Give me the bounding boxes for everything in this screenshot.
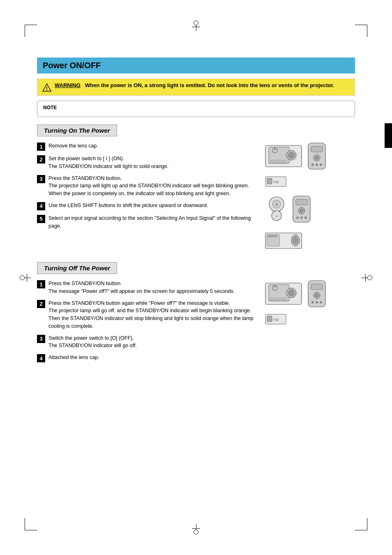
off-img-switch: I O [265,313,287,327]
projector-topdown-on [265,142,304,170]
turning-off-steps: 1 Press the STANDBY/ON button.The messag… [37,280,261,366]
warning-text: WARNING When the power is ON, a strong l… [55,82,334,88]
turning-on-header: Turning On The Power [37,124,117,136]
turning-off-title: Turning Off The Power [44,265,110,272]
step-on-3: 3 Press the STANDBY/ON button.The projec… [37,175,261,198]
warning-body: When the power is ON, a strong light is … [85,82,334,88]
crosshair-bottom-circle [194,530,198,534]
step-on-2: 2 Set the power switch to [ I ] (ON).The… [37,155,261,170]
crosshair-top-circle [194,21,198,25]
step-on-2-text: Set the power switch to [ I ] (ON).The S… [48,155,168,170]
step-on-4-text: Use the LENS SHIFT buttons to shift the … [48,202,208,210]
step-on-4: 4 Use the LENS SHIFT buttons to shift th… [37,202,261,210]
switch-indicator: I O [265,175,287,188]
on-img-switch: I O [265,175,287,189]
step-on-3-num: 3 [37,175,45,183]
step-on-1-text: Remove the lens cap. [48,142,98,150]
step-off-2-text: Press the STANDBY/ON button again while … [48,299,261,330]
turning-on-steps: 1 Remove the lens cap. 2 Set the power s… [37,142,261,254]
turning-on-images: I O + − [265,142,355,254]
svg-rect-19 [267,178,272,184]
remote-off [306,280,327,308]
svg-text:I   O: I O [274,180,279,184]
step-off-3-num: 3 [37,335,45,343]
step-on-1-num: 1 [37,143,45,151]
warning-box: ! WARNING When the power is ON, a strong… [37,78,355,96]
turning-off-images: I O [265,280,355,366]
svg-point-15 [311,164,314,166]
on-img-row-1 [265,142,327,170]
warning-icon: ! [42,83,51,92]
svg-point-17 [320,164,322,166]
svg-point-53 [311,301,314,304]
step-on-1: 1 Remove the lens cap. [37,142,261,151]
svg-rect-38 [271,235,274,237]
corner-mark-tr [355,25,367,37]
black-tab [385,123,392,148]
svg-text:+: + [275,202,278,207]
svg-point-16 [316,164,318,166]
step-on-3-text: Press the STANDBY/ON button.The projecto… [48,175,261,198]
svg-point-52 [315,294,318,297]
turning-off-header: Turning Off The Power [37,262,117,274]
svg-point-31 [300,216,303,219]
step-on-5-text: Select an input signal according to the … [48,214,261,230]
projector-side [265,229,304,253]
warning-label: WARNING [55,82,81,88]
page: Power ON/OFF ! WARNING When the power is… [0,0,392,555]
step-off-1-num: 1 [37,280,45,288]
step-on-5: 5 Select an input signal according to th… [37,214,261,230]
lens-shift-control: + − [265,195,288,223]
projector-topdown-off [265,280,304,308]
svg-point-30 [296,216,299,219]
crosshair-right-circle [367,275,372,280]
corner-mark-bl [25,518,37,530]
on-img-projector-side [265,229,304,254]
svg-text:−: − [275,213,278,219]
step-on-4-num: 4 [37,202,45,210]
remote-lens [291,195,312,223]
step-on-2-num: 2 [37,155,45,164]
turning-on-title: Turning On The Power [44,127,110,134]
svg-point-55 [320,301,322,304]
svg-rect-39 [274,235,277,237]
svg-rect-37 [268,235,270,237]
title-bar: Power ON/OFF [37,58,355,74]
step-off-4-num: 4 [37,354,45,362]
crosshair-left-circle [20,275,25,280]
svg-rect-57 [267,316,272,322]
corner-mark-br [355,518,367,530]
step-off-1: 1 Press the STANDBY/ON button.The messag… [37,280,261,295]
step-off-4: 4 Attached the lens cap. [37,354,261,362]
svg-point-5 [288,152,294,158]
turning-off-content: 1 Press the STANDBY/ON button.The messag… [37,280,355,366]
step-off-3: 3 Switch the power switch to [O] (OFF).T… [37,334,261,350]
svg-point-54 [316,301,318,304]
page-title: Power ON/OFF [43,61,349,70]
step-off-1-text: Press the STANDBY/ON button.The message … [48,280,235,295]
remote-on [306,142,327,170]
svg-point-36 [293,237,298,244]
corner-mark-tl [25,25,37,37]
turning-on-section: Turning On The Power 1 Remove the lens c… [37,124,355,254]
step-off-2: 2 Press the STANDBY/ON button again whil… [37,299,261,330]
step-on-5-num: 5 [37,215,45,223]
turning-off-section: Turning Off The Power 1 Press the STANDB… [37,262,355,366]
svg-text:I   O: I O [274,318,279,322]
step-off-2-num: 2 [37,300,45,308]
svg-point-29 [300,209,303,212]
note-box: NOTE [37,101,355,117]
off-img-row-1 [265,280,327,308]
svg-point-14 [315,156,318,159]
switch-indicator-off: I O [265,313,287,326]
svg-rect-50 [311,284,323,290]
svg-rect-12 [311,146,323,152]
turning-on-content: 1 Remove the lens cap. 2 Set the power s… [37,142,355,254]
svg-text:!: ! [46,86,48,92]
note-label: NOTE [43,105,57,111]
on-img-row-2: + − [265,195,312,223]
svg-point-43 [288,290,294,296]
step-off-4-text: Attached the lens cap. [48,354,99,362]
svg-rect-27 [296,199,307,205]
svg-point-32 [304,216,307,219]
